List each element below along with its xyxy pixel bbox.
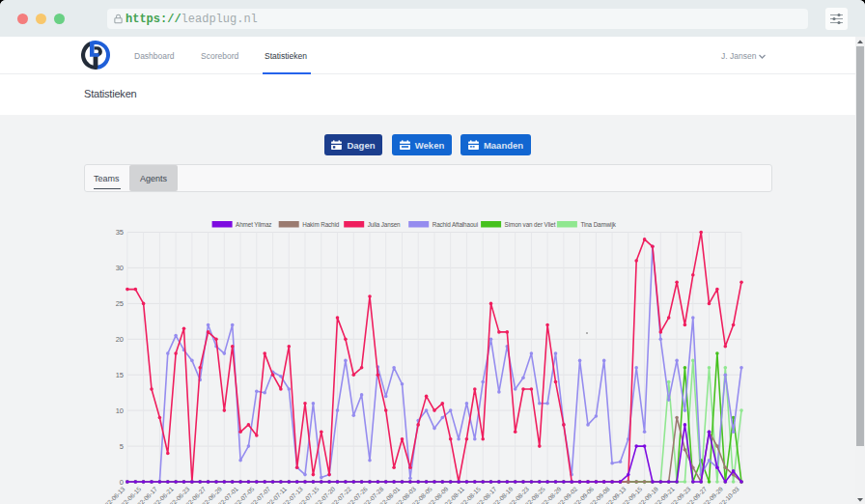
svg-text:15: 15 (116, 371, 124, 379)
svg-text:Tina Damwijk: Tina Damwijk (580, 221, 616, 229)
svg-text:Hakim Rachid: Hakim Rachid (302, 221, 340, 228)
svg-text:Ahmet Yilmaz: Ahmet Yilmaz (236, 221, 271, 228)
svg-text:30: 30 (116, 264, 124, 272)
svg-text:Simon van der Vliet: Simon van der Vliet (505, 221, 556, 228)
svg-text:20: 20 (116, 335, 124, 344)
svg-text:0: 0 (120, 478, 124, 487)
svg-text:35: 35 (116, 228, 124, 237)
svg-text:5: 5 (120, 442, 124, 451)
svg-text:25: 25 (116, 299, 124, 308)
svg-text:Julia Jansen: Julia Jansen (368, 221, 401, 228)
svg-text:Rachid Aftalhaoui: Rachid Aftalhaoui (432, 221, 478, 228)
svg-text:10: 10 (116, 406, 124, 415)
